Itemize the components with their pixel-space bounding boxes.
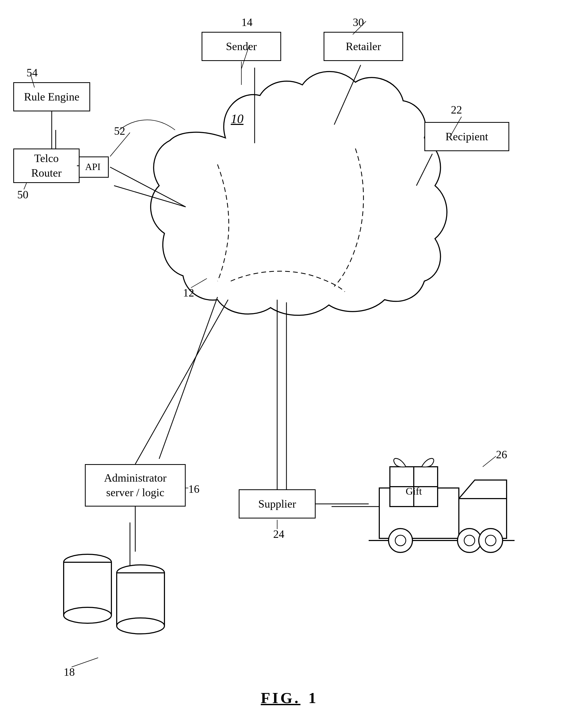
svg-point-25 xyxy=(485,535,496,546)
ref-30: 30 xyxy=(353,16,364,29)
ref-16: 16 xyxy=(188,483,200,495)
rule-engine-label: Rule Engine xyxy=(24,90,80,103)
telco-router-label: TelcoRouter xyxy=(31,151,61,180)
retailer-label: Retailer xyxy=(346,40,381,53)
svg-line-1 xyxy=(334,65,361,125)
gift-truck-svg: Gift xyxy=(369,456,515,557)
ref-54: 54 xyxy=(27,66,38,79)
database-svg xyxy=(58,552,180,658)
rule-engine-box: Rule Engine xyxy=(13,82,90,111)
ref-24: 24 xyxy=(273,528,284,541)
admin-server-box: Administratorserver / logic xyxy=(85,464,186,506)
svg-point-23 xyxy=(464,535,475,546)
sender-box: Sender xyxy=(202,32,281,61)
svg-marker-17 xyxy=(459,480,507,499)
api-box: API xyxy=(77,156,109,178)
ref-18: 18 xyxy=(64,666,75,678)
figure-label: FIG. 1 xyxy=(261,689,318,707)
telco-router-box: TelcoRouter xyxy=(13,149,80,183)
ref-50: 50 xyxy=(17,188,28,201)
diagram-container: 14 Sender 30 Retailer 22 Recipient 54 Ru… xyxy=(0,0,579,728)
api-label: API xyxy=(85,161,101,173)
fig-number: 1 xyxy=(309,689,318,707)
svg-point-15 xyxy=(117,618,164,634)
svg-line-2 xyxy=(416,154,432,186)
svg-point-21 xyxy=(395,535,406,546)
svg-line-3 xyxy=(114,186,186,207)
admin-server-label: Administratorserver / logic xyxy=(104,471,166,500)
sender-label: Sender xyxy=(226,40,257,53)
fig-text: FIG. xyxy=(261,689,300,707)
ref-14: 14 xyxy=(241,16,253,29)
ref-26: 26 xyxy=(496,448,507,461)
ref-22: 22 xyxy=(451,103,462,116)
svg-line-4 xyxy=(159,297,217,459)
svg-point-12 xyxy=(64,607,111,623)
retailer-box: Retailer xyxy=(323,32,403,61)
supplier-box: Supplier xyxy=(239,489,316,519)
network-ref-label: 10 xyxy=(231,112,243,126)
recipient-label: Recipient xyxy=(446,130,488,143)
supplier-label: Supplier xyxy=(258,497,296,511)
ref-52: 52 xyxy=(114,125,125,137)
svg-text:Gift: Gift xyxy=(405,486,422,497)
recipient-box: Recipient xyxy=(424,122,509,151)
ref-12: 12 xyxy=(183,286,194,299)
network-label: 10 xyxy=(231,111,243,126)
